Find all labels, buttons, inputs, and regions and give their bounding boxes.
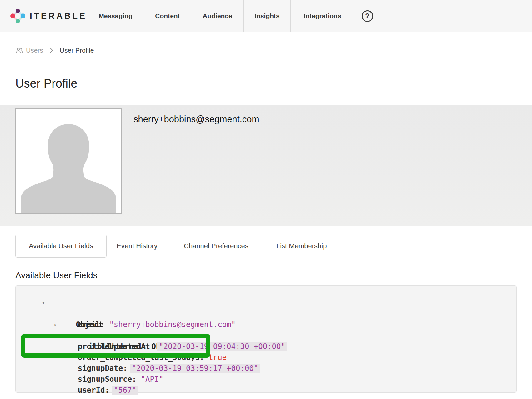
top-nav: ITERABLE Messaging Content Audience Insi… — [0, 0, 532, 32]
tree-row-email: email:"sherry+bobbins@segment.com" — [16, 308, 516, 319]
help-icon: ? — [362, 10, 373, 22]
nav-spacer — [380, 0, 532, 32]
nav-item-insights[interactable]: Insights — [244, 0, 291, 32]
chevron-right-icon — [50, 48, 53, 53]
nav-item-integrations[interactable]: Integrations — [291, 0, 354, 32]
tree-row-signupsource: signupSource:"API" — [16, 363, 516, 374]
nav-item-audience[interactable]: Audience — [191, 0, 244, 32]
tree-row-userid: userId:"567" — [16, 374, 516, 385]
nav-item-label: Audience — [203, 12, 232, 20]
tab-channel-preferences[interactable]: Channel Preferences — [184, 242, 248, 250]
avatar-placeholder-icon — [16, 109, 121, 213]
nav-item-label: Messaging — [98, 12, 133, 20]
tree-row-itblinternal: ▸ itblInternal:Object — [16, 319, 516, 330]
field-value: "567" — [112, 386, 138, 395]
collapse-triangle-icon[interactable]: ▾ — [42, 297, 45, 308]
nav-item-messaging[interactable]: Messaging — [87, 0, 144, 32]
page-title: User Profile — [15, 77, 78, 90]
tree-row-root: ▾ Object — [16, 297, 516, 308]
help-button[interactable]: ? — [354, 0, 380, 32]
nav-item-label: Insights — [254, 12, 280, 20]
tab-list-membership[interactable]: List Membership — [276, 242, 327, 250]
section-heading: Available User Fields — [15, 270, 98, 281]
brand-wordmark: ITERABLE — [30, 11, 87, 21]
expand-triangle-icon[interactable]: ▸ — [54, 319, 57, 330]
iterable-logo[interactable]: ITERABLE — [0, 0, 87, 32]
tab-event-history[interactable]: Event History — [117, 242, 158, 250]
nav-item-label: Content — [155, 12, 180, 20]
iterable-logo-icon — [10, 7, 25, 25]
nav-item-content[interactable]: Content — [144, 0, 191, 32]
help-glyph: ? — [365, 12, 369, 20]
profile-email: sherry+bobbins@segment.com — [133, 114, 259, 124]
breadcrumb-users-link[interactable]: Users — [15, 47, 43, 54]
breadcrumb-current: User Profile — [60, 47, 94, 54]
avatar — [15, 108, 122, 214]
tab-available-user-fields[interactable]: Available User Fields — [15, 235, 107, 258]
profile-tabs: Available User Fields Event History Chan… — [0, 235, 532, 258]
nav-item-label: Integrations — [304, 12, 341, 20]
highlight-annotation — [21, 334, 210, 358]
breadcrumb-users-label: Users — [26, 47, 43, 54]
breadcrumb: Users User Profile — [15, 46, 94, 55]
tab-label: Available User Fields — [29, 242, 93, 250]
profile-hero: sherry+bobbins@segment.com — [0, 105, 532, 226]
field-key: userId: — [78, 386, 109, 395]
users-icon — [15, 47, 23, 54]
